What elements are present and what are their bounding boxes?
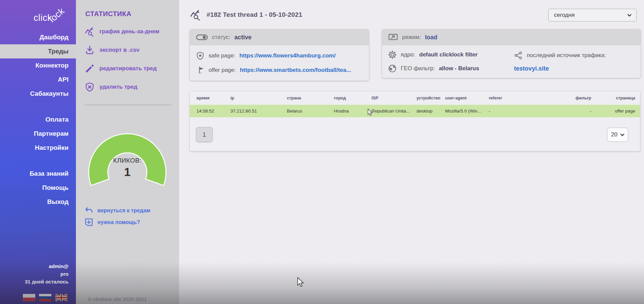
traffic-source-link[interactable]: testovyi.site: [514, 65, 549, 72]
cell-city: Hrodna: [334, 104, 372, 118]
column-header-filter[interactable]: фильтр: [551, 91, 595, 104]
poland-flag-icon[interactable]: [23, 294, 35, 301]
action-label: экспорт в .csv: [99, 47, 139, 53]
status-label: статус:: [212, 34, 230, 41]
nav-divider-gap: [0, 101, 76, 113]
action-label: удалить тред: [99, 84, 137, 90]
shield-x-icon: [85, 82, 95, 92]
sidebar-item-payment[interactable]: Оплата: [0, 113, 76, 127]
clicks-table: время ip страна город ISP устройство use…: [190, 91, 640, 118]
edit-thread-button[interactable]: редактировать тред: [85, 63, 179, 74]
sidebar-item-settings[interactable]: Настройки: [0, 141, 76, 155]
main-content: #182 Test thread 1 - 05-10-2021 сегодня …: [179, 0, 644, 304]
chart-search-icon: [85, 27, 95, 37]
download-icon: [85, 45, 95, 55]
export-csv-button[interactable]: экспорт в .csv: [85, 45, 179, 55]
page-size-select[interactable]: 20: [607, 128, 628, 142]
sidebar-item-subaccounts[interactable]: Сабакаунты: [0, 87, 76, 101]
sidebar-item-connector[interactable]: Коннектор: [0, 58, 76, 73]
sidebar-item-knowledge-base[interactable]: База знаний: [0, 167, 76, 181]
delete-thread-button[interactable]: удалить тред: [85, 82, 179, 92]
sidebar: click lock Дашборд Треды Коннектор API С…: [0, 0, 76, 304]
column-header-city[interactable]: город: [334, 91, 372, 104]
shield-star-icon: [196, 51, 205, 60]
column-header-device[interactable]: устройство: [417, 91, 445, 104]
sidebar-item-dashboard[interactable]: Дашборд: [0, 30, 76, 44]
stats-divider: [84, 105, 172, 105]
cell-user-agent: Mozilla/5.0 (Win...: [445, 104, 489, 118]
offer-page-label: offer page:: [209, 67, 236, 74]
chevron-down-icon: [620, 132, 625, 137]
app-logo[interactable]: click lock: [0, 2, 76, 28]
mode-value: load: [425, 34, 437, 41]
status-value: active: [234, 34, 252, 41]
mode-card-body: ядро: default clicklock filter ГЕО фильт…: [382, 45, 641, 78]
need-help-link[interactable]: нужна помощь?: [85, 218, 150, 226]
plus-square-icon: [85, 218, 93, 226]
gauge-label: КЛИКОВ:: [85, 157, 169, 164]
sidebar-item-api[interactable]: API: [0, 73, 76, 87]
cell-device: desktop: [417, 104, 445, 118]
cell-ip: 37.212.80.51: [230, 104, 287, 118]
cell-page: offer page: [595, 104, 640, 118]
globe-icon: [388, 64, 397, 73]
app: click lock Дашборд Треды Коннектор API С…: [0, 0, 644, 304]
sidebar-item-partners[interactable]: Партнерам: [0, 127, 76, 141]
uk-flag-icon[interactable]: [55, 294, 68, 301]
safe-page-link[interactable]: https://www.flowers4hamburg.com/: [239, 52, 336, 59]
day-by-day-chart-button[interactable]: график день-за-днем: [85, 27, 179, 37]
account-plan: pro: [25, 270, 69, 278]
screen-share-icon: [388, 33, 398, 41]
column-header-ip[interactable]: ip: [230, 91, 287, 104]
stats-links: вернуться к тредам нужна помощь?: [85, 206, 150, 226]
last-traffic-source-row: последний источник трафика:: [514, 51, 635, 60]
column-header-country[interactable]: страна: [287, 91, 334, 104]
action-label: редактировать тред: [99, 65, 157, 72]
page-title-block: #182 Test thread 1 - 05-10-2021: [190, 9, 302, 20]
gauge-text: КЛИКОВ: 1: [85, 157, 169, 179]
pencil-icon: [85, 63, 95, 74]
toggle-icon: [196, 34, 208, 41]
period-select[interactable]: сегодня: [548, 9, 637, 21]
sidebar-nav: Дашборд Треды Коннектор API Сабакаунты О…: [0, 30, 76, 209]
undo-icon: [85, 206, 93, 215]
sidebar-item-help[interactable]: Помощь: [0, 181, 76, 195]
gear-icon: [388, 50, 397, 59]
status-card-header: статус: active: [190, 29, 369, 45]
nav-divider-gap: [0, 155, 76, 167]
mode-card: режим: load ядро: default clicklock filt…: [382, 29, 641, 78]
traffic-source-link-row: testovyi.site: [514, 65, 635, 72]
core-label: ядро:: [401, 51, 415, 58]
column-header-page[interactable]: страница: [595, 91, 640, 104]
offer-page-link[interactable]: https://www.smartbets.com/football/tea..…: [240, 67, 351, 74]
safe-page-row: safe page: https://www.flowers4hamburg.c…: [196, 51, 363, 60]
offer-page-row: offer page: https://www.smartbets.com/fo…: [196, 66, 363, 75]
copyright: © clicklock.site 2020-2021: [88, 296, 146, 302]
safe-page-label: safe page:: [209, 52, 235, 59]
column-header-isp[interactable]: ISP: [372, 91, 417, 104]
mode-card-header: режим: load: [382, 29, 641, 45]
core-row: ядро: default clicklock filter: [388, 50, 514, 59]
clicks-table-card: время ip страна город ISP устройство use…: [190, 91, 640, 151]
column-header-user-agent[interactable]: user-agent: [445, 91, 489, 104]
page-1-button[interactable]: 1: [196, 127, 213, 142]
sidebar-item-logout[interactable]: Выход: [0, 195, 76, 209]
cell-country: Belarus: [287, 104, 334, 118]
cell-time: 14:58:52: [190, 104, 230, 118]
account-days-left: 31 дней осталось: [25, 278, 69, 286]
cell-filter: -: [551, 104, 595, 118]
period-select-value: сегодня: [554, 12, 574, 18]
clicks-gauge: КЛИКОВ: 1: [85, 132, 169, 186]
gauge-value: 1: [85, 165, 169, 179]
russia-flag-icon[interactable]: [39, 294, 51, 301]
geo-filter-row: ГЕО фильтр: allow - Belarus: [388, 64, 514, 73]
table-row[interactable]: 14:58:52 37.212.80.51 Belarus Hrodna Rep…: [190, 104, 640, 118]
cell-isp: Republican Unita...: [372, 104, 417, 118]
column-header-time[interactable]: время: [190, 91, 230, 104]
chart-search-icon: [190, 9, 201, 20]
sidebar-item-threads[interactable]: Треды: [0, 44, 76, 58]
back-to-threads-link[interactable]: вернуться к тредам: [85, 206, 150, 215]
account-info: admin@ pro 31 дней осталось: [25, 262, 69, 286]
column-header-referer[interactable]: referer: [489, 91, 551, 104]
mode-label: режим:: [402, 34, 421, 41]
